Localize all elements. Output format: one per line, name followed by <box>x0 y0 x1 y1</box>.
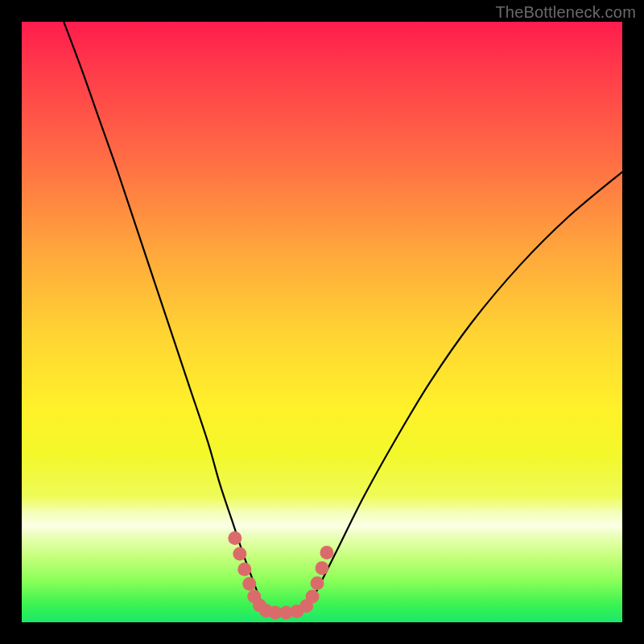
plot-area <box>22 22 622 622</box>
chart-svg <box>22 22 622 622</box>
watermark-text: TheBottleneck.com <box>495 3 636 22</box>
left-curve <box>64 22 262 605</box>
threshold-marker-dot <box>228 531 242 545</box>
threshold-marker-dot <box>306 589 320 603</box>
threshold-marker-dot <box>233 547 246 560</box>
chart-frame: TheBottleneck.com <box>0 0 644 644</box>
threshold-marker <box>228 531 333 620</box>
threshold-marker-dot <box>311 576 324 590</box>
threshold-marker-dot <box>320 546 333 559</box>
threshold-marker-dot <box>237 563 251 576</box>
threshold-marker-dot <box>242 577 256 591</box>
threshold-marker-dot <box>316 561 329 575</box>
right-curve <box>310 172 622 605</box>
